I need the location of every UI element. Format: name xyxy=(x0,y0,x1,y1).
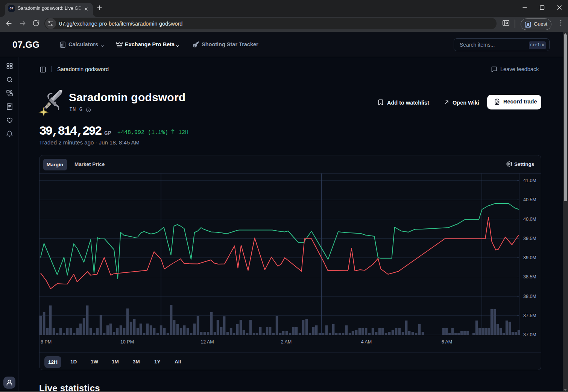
svg-text:38.5M: 38.5M xyxy=(523,274,536,280)
svg-text:39.0M: 39.0M xyxy=(523,255,536,260)
svg-text:2 AM: 2 AM xyxy=(281,339,292,345)
svg-text:10 PM: 10 PM xyxy=(120,339,134,345)
svg-text:37.5M: 37.5M xyxy=(523,313,536,318)
svg-text:37.0M: 37.0M xyxy=(523,332,536,337)
svg-text:8 PM: 8 PM xyxy=(41,339,52,345)
svg-text:41.0M: 41.0M xyxy=(523,178,536,183)
svg-text:40.5M: 40.5M xyxy=(523,197,536,202)
svg-text:6 AM: 6 AM xyxy=(442,339,453,345)
svg-text:40.0M: 40.0M xyxy=(523,217,536,222)
svg-text:39.5M: 39.5M xyxy=(523,236,536,241)
svg-text:12 AM: 12 AM xyxy=(200,339,214,345)
svg-text:38.0M: 38.0M xyxy=(523,294,536,299)
svg-text:4 AM: 4 AM xyxy=(361,339,372,345)
